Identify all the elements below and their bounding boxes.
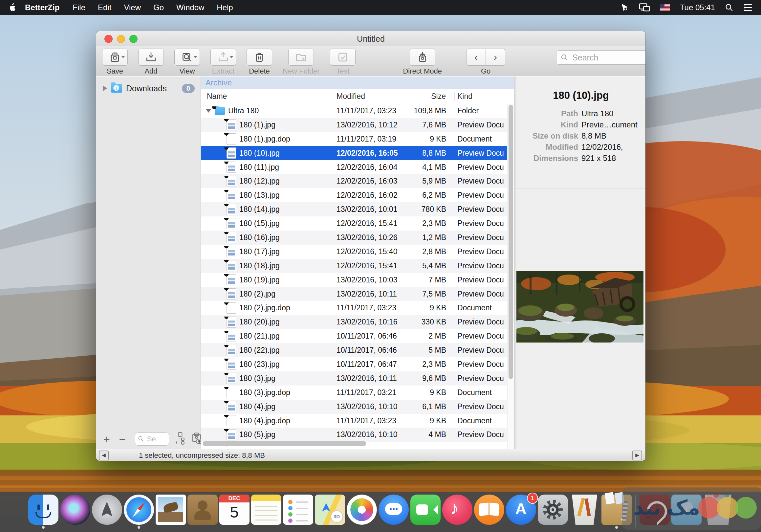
- table-row[interactable]: 180 (10).jpg12/02/2016, 16:058,8 MBPrevi…: [201, 146, 514, 160]
- toolbar-add-button[interactable]: Add: [138, 49, 164, 76]
- size-cell: 9 KB: [411, 388, 455, 397]
- status-back-button[interactable]: ◀: [99, 450, 109, 460]
- notes-icon: [251, 495, 281, 525]
- ibooks-icon: [474, 495, 504, 525]
- us-flag-input-icon[interactable]: [660, 4, 670, 11]
- dock-item-appstore[interactable]: 1: [505, 495, 537, 525]
- menu-item-go[interactable]: Go: [153, 3, 164, 12]
- file-name-cell: 180 (1).jpg.dop: [201, 133, 333, 145]
- calendar-icon: DEC5: [219, 495, 250, 525]
- table-row[interactable]: 180 (14).jpg13/02/2016, 10:01780 KBPrevi…: [201, 202, 514, 216]
- menu-item-view[interactable]: View: [124, 3, 141, 12]
- menu-item-edit[interactable]: Edit: [98, 3, 111, 12]
- image-file-icon: [226, 119, 236, 130]
- dock-item-finder[interactable]: [27, 495, 59, 529]
- dock-item-safari[interactable]: [123, 495, 155, 529]
- dock-item-messages[interactable]: [378, 495, 409, 525]
- status-forward-button[interactable]: ▶: [632, 450, 642, 460]
- dock-item-maps[interactable]: 3D: [314, 495, 346, 525]
- table-row[interactable]: 180 (1).jpg.dop11/11/2017, 03:199 KBDocu…: [201, 132, 514, 146]
- status-text: 1 selected, uncompressed size: 8,8 MB: [139, 451, 265, 460]
- table-row[interactable]: 180 (17).jpg12/02/2016, 15:402,8 MBPrevi…: [201, 245, 514, 259]
- spotlight-search-icon[interactable]: [725, 3, 733, 12]
- table-row[interactable]: 180 (1).jpg13/02/2016, 10:127,6 MBPrevie…: [201, 118, 514, 132]
- column-header-modified[interactable]: Modified: [333, 92, 411, 101]
- dock-item-pencil[interactable]: [569, 495, 601, 525]
- toolbar-direct-mode-button[interactable]: Direct Mode: [403, 49, 442, 76]
- table-row[interactable]: 180 (11).jpg12/02/2016, 16:044,1 MBPrevi…: [201, 160, 514, 174]
- table-row[interactable]: 180 (21).jpg10/11/2017, 06:462 MBPreview…: [201, 329, 514, 343]
- table-row[interactable]: 180 (18).jpg12/02/2016, 15:415,4 MBPrevi…: [201, 259, 514, 273]
- dock-item-prefs[interactable]: [537, 495, 569, 525]
- go-forward-button[interactable]: ›: [486, 49, 505, 66]
- toolbar-view-button[interactable]: View: [174, 49, 200, 76]
- table-row[interactable]: 180 (2).jpg13/02/2016, 10:117,5 MBPrevie…: [201, 287, 514, 301]
- notification-center-icon[interactable]: [743, 4, 752, 12]
- disclosure-triangle-icon[interactable]: [103, 86, 107, 91]
- remove-archive-button[interactable]: −: [119, 434, 126, 444]
- table-row[interactable]: 180 (3).jpg13/02/2016, 10:119,6 MBPrevie…: [201, 372, 514, 385]
- dock-item-contacts[interactable]: [187, 495, 218, 525]
- vertical-scrollbar-thumb[interactable]: [508, 105, 513, 379]
- column-header-kind[interactable]: Kind: [455, 92, 514, 101]
- image-preview-thumbnail[interactable]: [516, 271, 643, 342]
- dock-item-photos[interactable]: [346, 495, 378, 525]
- table-row[interactable]: 180 (3).jpg.dop11/11/2017, 03:219 KBDocu…: [201, 385, 514, 400]
- dock-item-facetime[interactable]: [409, 495, 441, 525]
- toolbar-delete-button[interactable]: Delete: [247, 49, 272, 76]
- table-row[interactable]: 180 (2).jpg.dop11/11/2017, 03:239 KBDocu…: [201, 301, 514, 315]
- dock-item-ibooks[interactable]: [473, 495, 505, 525]
- dock-item-launchpad[interactable]: [91, 495, 123, 525]
- table-row[interactable]: 180 (15).jpg12/02/2016, 15:412,3 MBPrevi…: [201, 216, 514, 231]
- go-back-button[interactable]: ‹: [466, 49, 486, 66]
- table-row[interactable]: 180 (12).jpg12/02/2016, 16:035,9 MBPrevi…: [201, 174, 514, 188]
- menu-app-name[interactable]: BetterZip: [25, 3, 59, 12]
- table-row[interactable]: 180 (23).jpg10/11/2017, 06:472,3 MBPrevi…: [201, 357, 514, 372]
- file-name-cell: 180 (20).jpg: [201, 317, 333, 328]
- sidebar-item-downloads[interactable]: ↓ Downloads 0: [96, 81, 201, 95]
- table-row[interactable]: 180 (22).jpg10/11/2017, 06:465 MBPreview…: [201, 343, 514, 357]
- disclosure-open-icon[interactable]: [205, 109, 211, 113]
- gear-badge-icon: [224, 119, 228, 122]
- screen-mirroring-icon[interactable]: [639, 3, 650, 12]
- apple-menu-icon[interactable]: [9, 3, 16, 12]
- modified-cell: 12/02/2016, 15:41: [333, 219, 411, 228]
- info-field-label: Path: [516, 109, 578, 118]
- table-row[interactable]: 180 (4).jpg13/02/2016, 10:106,1 MBPrevie…: [201, 400, 514, 414]
- table-row[interactable]: 180 (20).jpg13/02/2016, 10:16330 KBPrevi…: [201, 315, 514, 329]
- split-view-icon[interactable]: [174, 432, 186, 446]
- size-cell: 7,5 MB: [411, 290, 455, 299]
- horizontal-scrollbar-thumb[interactable]: [203, 441, 366, 446]
- toolbar-save-button[interactable]: Save: [102, 49, 128, 76]
- table-row[interactable]: 180 (16).jpg13/02/2016, 10:261,2 MBPrevi…: [201, 231, 514, 245]
- gear-badge-icon: [224, 401, 228, 403]
- table-row[interactable]: 180 (4).jpg.dop11/11/2017, 03:239 KBDocu…: [201, 414, 514, 428]
- modified-cell: 11/11/2017, 03:23: [333, 106, 411, 115]
- info-field-label: Modified: [516, 143, 578, 152]
- menubar-clock[interactable]: Tue 05:41: [680, 3, 715, 12]
- menu-item-window[interactable]: Window: [176, 3, 204, 12]
- column-header-size[interactable]: Size: [411, 92, 455, 101]
- column-header-name[interactable]: Name: [201, 92, 333, 101]
- modified-cell: 10/11/2017, 06:46: [333, 346, 411, 355]
- dock-item-siri[interactable]: [59, 495, 91, 525]
- table-row[interactable]: 180 (13).jpg12/02/2016, 16:026,2 MBPrevi…: [201, 188, 514, 202]
- menu-item-help[interactable]: Help: [217, 3, 233, 12]
- dock-item-itunes[interactable]: [441, 495, 473, 525]
- file-name-cell: 180 (4).jpg.dop: [201, 415, 333, 426]
- table-row[interactable]: 180 (5).jpg13/02/2016, 10:104 MBPreview …: [201, 428, 514, 442]
- title-bar[interactable]: Untitled: [96, 31, 645, 46]
- table-row[interactable]: 180 (19).jpg13/02/2016, 10:037 MBPreview…: [201, 273, 514, 287]
- dock-item-notes[interactable]: [250, 495, 282, 525]
- remote-cursor-icon[interactable]: [620, 3, 629, 12]
- menu-item-file[interactable]: File: [73, 3, 86, 12]
- table-row[interactable]: Ultra 18011/11/2017, 03:23109,8 MBFolder: [201, 104, 514, 118]
- dock-item-calendar[interactable]: DEC5: [218, 495, 250, 525]
- tab-archive[interactable]: Archive: [201, 77, 514, 89]
- dock-item-reminders[interactable]: [282, 495, 314, 525]
- dock-item-mail[interactable]: [155, 495, 187, 525]
- search-input[interactable]: [556, 50, 645, 65]
- image-file-icon: [226, 148, 236, 159]
- window-title: Untitled: [96, 34, 645, 44]
- add-archive-button[interactable]: +: [103, 434, 110, 444]
